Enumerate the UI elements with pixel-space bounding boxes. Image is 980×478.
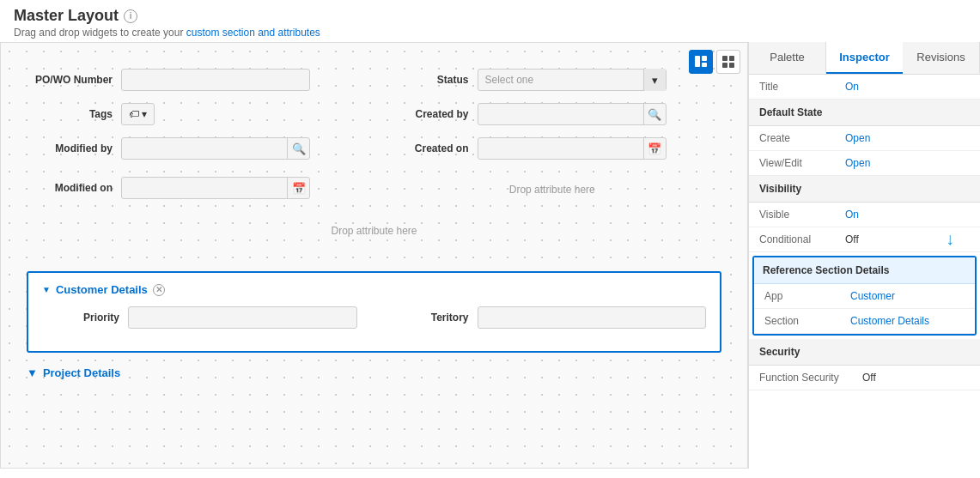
- drop-zone-left: Drop attribute here: [35, 216, 713, 245]
- priority-field: Priority: [42, 306, 357, 329]
- section-inspector-label: Section: [764, 315, 850, 327]
- svg-rect-2: [702, 63, 707, 67]
- status-placeholder: Select one: [478, 74, 643, 86]
- right-panel-tabs: Palette Inspector Revisions: [749, 42, 980, 75]
- po-number-label: PO/WO Number: [35, 74, 113, 86]
- modified-by-label: Modified by: [35, 142, 113, 154]
- tags-button[interactable]: 🏷 ▾: [121, 103, 155, 125]
- right-drop-zone-top: Drop attribute here: [392, 172, 714, 204]
- create-value: Open: [845, 132, 870, 144]
- project-details-section: ▼ Project Details: [27, 361, 721, 384]
- project-section-title: Project Details: [43, 366, 120, 379]
- tags-label: Tags: [35, 108, 113, 120]
- visibility-header: Visibility: [749, 176, 980, 203]
- tags-field: Tags 🏷 ▾: [35, 103, 357, 125]
- visible-row: Visible On: [749, 203, 980, 227]
- customer-form-row: Priority Teritory: [42, 306, 706, 329]
- right-panel: Palette Inspector Revisions Title On Def…: [748, 42, 980, 469]
- view-edit-label: View/Edit: [759, 157, 845, 169]
- title-inspector-value: On: [845, 81, 859, 93]
- function-security-label: Function Security: [759, 372, 862, 384]
- grid-view-button[interactable]: [689, 50, 713, 74]
- visible-value: On: [845, 209, 859, 221]
- modified-by-text-input[interactable]: [122, 142, 287, 154]
- drop-zone-right: Drop attribute here: [392, 175, 714, 204]
- table-view-button[interactable]: [716, 50, 740, 74]
- form-section-top: PO/WO Number Status Select one ▾ Tags: [9, 51, 739, 263]
- calendar-icon-2: 📅: [287, 177, 309, 199]
- tab-revisions[interactable]: Revisions: [903, 42, 980, 74]
- status-field: Status Select one ▾: [392, 69, 714, 91]
- modified-on-input[interactable]: 📅: [121, 177, 310, 199]
- section-row: Section Customer Details: [754, 309, 975, 334]
- form-row-1: PO/WO Number Status Select one ▾: [35, 69, 713, 91]
- title-row: Title On: [749, 75, 980, 100]
- form-row-2: Tags 🏷 ▾ Created by 🔍: [35, 103, 713, 125]
- conditional-label: Conditional: [759, 233, 845, 245]
- info-icon[interactable]: i: [124, 9, 137, 23]
- status-label: Status: [392, 74, 469, 86]
- customer-details-section: ▼ Customer Details ✕ Priority Teritory: [27, 271, 721, 353]
- app-row: App Customer: [754, 284, 975, 309]
- conditional-value: Off: [845, 233, 859, 245]
- page-subtitle: Drag and drop widgets to create your cus…: [14, 27, 966, 39]
- reference-section-container: Reference Section Details App Customer S…: [752, 256, 977, 336]
- priority-label: Priority: [42, 312, 119, 324]
- territory-field: Teritory: [392, 306, 707, 329]
- tags-arrow: ▾: [142, 108, 147, 120]
- modified-on-label: Modified on: [35, 182, 113, 194]
- calendar-icon: 📅: [643, 137, 666, 160]
- canvas-content: PO/WO Number Status Select one ▾ Tags: [1, 43, 747, 469]
- view-edit-value: Open: [845, 157, 870, 169]
- status-select[interactable]: Select one ▾: [478, 69, 667, 91]
- canvas-toolbar: [689, 50, 740, 74]
- created-by-label: Created by: [392, 108, 469, 120]
- priority-input[interactable]: [128, 306, 357, 329]
- view-edit-row: View/Edit Open: [749, 151, 980, 176]
- tab-inspector[interactable]: Inspector: [826, 42, 903, 74]
- modified-on-text-input[interactable]: [122, 182, 287, 194]
- modified-by-field: Modified by 🔍: [35, 137, 357, 160]
- modified-by-input[interactable]: 🔍: [121, 137, 310, 160]
- svg-rect-4: [729, 56, 734, 61]
- default-state-header: Default State: [749, 100, 980, 126]
- customer-section-close-button[interactable]: ✕: [153, 284, 165, 296]
- page-header: Master Layout i Drag and drop widgets to…: [0, 0, 980, 42]
- created-on-field: Created on 📅: [392, 137, 714, 160]
- chevron-down-icon-2: ▼: [27, 366, 38, 379]
- territory-input[interactable]: [478, 306, 707, 329]
- form-row-4: Modified on 📅 Drop attribute here: [35, 172, 713, 204]
- customer-section-header[interactable]: ▼ Customer Details ✕: [42, 283, 706, 296]
- created-on-input[interactable]: 📅: [478, 137, 667, 160]
- chevron-down-icon: ▼: [42, 285, 51, 294]
- svg-rect-5: [722, 63, 727, 68]
- reference-section-header: Reference Section Details: [754, 257, 975, 284]
- project-section-header[interactable]: ▼ Project Details: [27, 361, 721, 384]
- search-icon-2: 🔍: [287, 137, 309, 160]
- customer-section-title: Customer Details: [56, 283, 148, 296]
- created-on-text-input[interactable]: [478, 142, 643, 154]
- po-number-input[interactable]: [121, 69, 310, 91]
- territory-label: Teritory: [392, 312, 469, 324]
- create-row: Create Open: [749, 126, 980, 151]
- created-by-input[interactable]: 🔍: [478, 103, 667, 125]
- tag-icon: 🏷: [129, 108, 139, 120]
- created-on-label: Created on: [392, 142, 469, 154]
- created-by-text-input[interactable]: [478, 108, 643, 120]
- search-icon: 🔍: [643, 103, 666, 125]
- app-label: App: [764, 290, 850, 302]
- function-security-row: Function Security Off: [749, 366, 980, 390]
- canvas-area: PO/WO Number Status Select one ▾ Tags: [0, 42, 748, 469]
- create-label: Create: [759, 132, 845, 144]
- inspector-content: Title On Default State Create Open View/…: [749, 75, 980, 469]
- created-by-field: Created by 🔍: [392, 103, 714, 125]
- section-value: Customer Details: [850, 315, 929, 327]
- tab-palette[interactable]: Palette: [749, 42, 826, 74]
- page-title: Master Layout i: [14, 7, 966, 25]
- arrow-indicator: ↓: [946, 229, 954, 249]
- form-row-3: Modified by 🔍 Created on 📅: [35, 137, 713, 160]
- security-header: Security: [749, 339, 980, 366]
- svg-rect-1: [702, 56, 707, 61]
- svg-rect-3: [722, 56, 727, 61]
- title-text: Master Layout: [14, 7, 119, 25]
